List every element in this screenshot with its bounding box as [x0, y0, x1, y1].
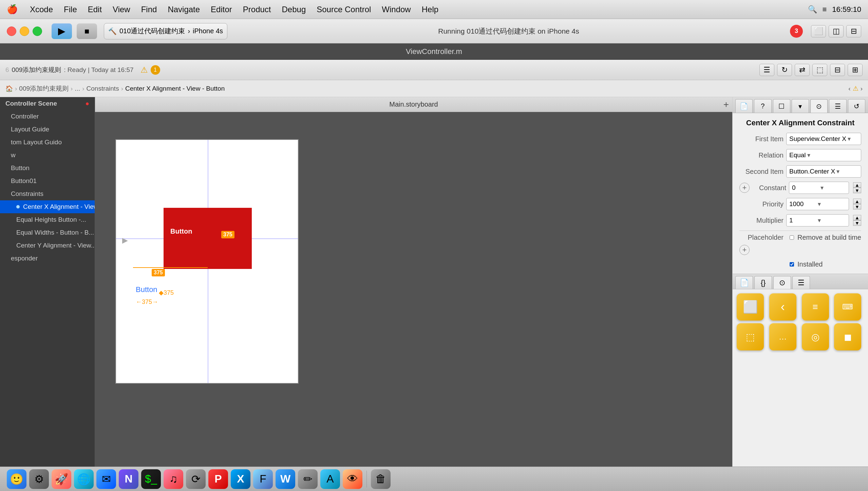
constant-stepper-up[interactable]: ▲ — [853, 182, 861, 188]
obj-collection[interactable]: ⌨ — [834, 293, 861, 321]
breadcrumb-next-icon[interactable]: › — [861, 85, 863, 92]
dock-preview[interactable]: 👁 — [343, 469, 362, 489]
sidebar-item-button[interactable]: Button — [0, 162, 95, 175]
multiplier-stepper-down[interactable]: ▼ — [853, 220, 861, 226]
priority-dropdown-icon[interactable]: ▾ — [818, 200, 821, 208]
second-item-dropdown-icon[interactable]: ▾ — [836, 168, 839, 175]
menu-navigate[interactable]: Navigate — [162, 3, 205, 16]
dock-pen[interactable]: ✏ — [298, 469, 318, 489]
sidebar-item-constraints[interactable]: Constraints — [0, 187, 95, 200]
menu-find[interactable]: Find — [136, 3, 163, 16]
sidebar-item-responder[interactable]: esponder — [0, 252, 95, 265]
dock-appstore[interactable]: A — [320, 469, 340, 489]
editor-version-button[interactable]: ⊟ — [846, 25, 861, 37]
multiplier-dropdown-icon[interactable]: ▾ — [818, 217, 821, 224]
multiplier-input[interactable] — [789, 217, 816, 224]
dock-terminal[interactable]: $_ — [141, 469, 161, 489]
menu-debug[interactable]: Debug — [277, 3, 312, 16]
back-forward-button[interactable]: ⇄ — [795, 64, 810, 76]
dock-finder[interactable]: 🙂 — [7, 469, 26, 489]
bottom-pane-button[interactable]: ⊟ — [830, 64, 845, 76]
menu-source-control[interactable]: Source Control — [311, 3, 376, 16]
priority-stepper-up[interactable]: ▲ — [853, 199, 861, 204]
priority-input[interactable] — [789, 200, 816, 208]
constant-control[interactable]: ▾ — [789, 182, 849, 194]
view-controller-view[interactable]: Button 375 375 ▶ — [116, 140, 298, 383]
dock-trash[interactable]: 🗑 — [371, 469, 391, 489]
menu-editor[interactable]: Editor — [205, 3, 238, 16]
dock-music[interactable]: ♫ — [164, 469, 183, 489]
placeholder-checkbox[interactable] — [790, 235, 794, 240]
sidebar-item-button01[interactable]: Button01 — [0, 175, 95, 187]
obj-page[interactable]: … — [769, 323, 796, 350]
sidebar-item-controller[interactable]: Controller — [0, 110, 95, 123]
first-item-dropdown-icon[interactable]: ▾ — [848, 135, 851, 143]
breadcrumb-item-2[interactable]: ... — [75, 85, 80, 92]
single-pane-button[interactable]: ⬚ — [812, 64, 827, 76]
priority-control[interactable]: ▾ — [786, 198, 849, 210]
breadcrumb-item-current[interactable]: Center X Alignment - View - Button — [125, 85, 225, 92]
view-rect-left[interactable] — [164, 208, 208, 269]
sidebar-item-layout-guide[interactable]: Layout Guide — [0, 123, 95, 136]
obj-tab-objects[interactable]: ⊙ — [773, 276, 791, 289]
editor-standard-button[interactable]: ⬜ — [811, 25, 826, 37]
editor-assistant-button[interactable]: ◫ — [829, 25, 844, 37]
dock-mail[interactable]: ✉ — [96, 469, 116, 489]
identity-inspector-tab[interactable]: ☐ — [773, 99, 790, 113]
sidebar-item-w[interactable]: w — [0, 149, 95, 162]
list-view-button[interactable]: ☰ — [759, 64, 774, 76]
breadcrumb-item-constraints[interactable]: Constraints — [87, 85, 119, 92]
sidebar-item-equal-widths[interactable]: Equal Widths - Button - B... — [0, 226, 95, 239]
menu-xcode[interactable]: Xcode — [24, 3, 58, 16]
relation-control[interactable]: Equal ▾ — [786, 149, 861, 161]
relation-dropdown-icon[interactable]: ▾ — [807, 151, 810, 159]
connections-inspector-tab[interactable]: ⊙ — [810, 99, 828, 113]
view-rect-right[interactable] — [208, 208, 252, 269]
apple-logo-icon[interactable]: 🍎 — [7, 4, 18, 15]
size-inspector-tab[interactable]: ☰ — [829, 99, 846, 113]
right-pane-button[interactable]: ⊞ — [848, 64, 863, 76]
help-inspector-tab[interactable]: ? — [754, 99, 771, 113]
obj-nav[interactable]: ‹ — [769, 293, 796, 321]
menu-file[interactable]: File — [58, 3, 82, 16]
breadcrumb-prev-icon[interactable]: ‹ — [848, 85, 850, 92]
multiplier-stepper[interactable]: ▲ ▼ — [853, 215, 861, 226]
close-scene-icon[interactable]: ● — [86, 100, 89, 107]
refresh-button[interactable]: ↻ — [777, 64, 792, 76]
dock-launchpad[interactable]: 🚀 — [52, 469, 71, 489]
obj-tab-code[interactable]: {} — [754, 276, 772, 289]
obj-mapkit[interactable]: ◎ — [802, 323, 829, 350]
constant-plus-button[interactable]: + — [739, 183, 750, 193]
dock-filezilla[interactable]: F — [253, 469, 273, 489]
obj-box[interactable]: ◼ — [834, 323, 861, 350]
breadcrumb-item-1[interactable]: 009添加约束规则 — [19, 84, 69, 93]
dock-powerpoint[interactable]: P — [208, 469, 228, 489]
error-badge[interactable]: 3 — [790, 25, 803, 38]
dock-xmind[interactable]: X — [231, 469, 250, 489]
priority-stepper-down[interactable]: ▼ — [853, 204, 861, 210]
breadcrumb-item-root[interactable]: 🏠 — [5, 85, 13, 92]
canvas-drawing-area[interactable]: Button 375 375 ▶ Button ◆375 — [95, 112, 732, 467]
button-below-label[interactable]: Button — [136, 285, 157, 294]
second-item-control[interactable]: Button.Center X ▾ — [786, 165, 861, 178]
bindings-inspector-tab[interactable]: ↺ — [848, 99, 865, 113]
obj-table[interactable]: ≡ — [802, 293, 829, 321]
menu-window[interactable]: Window — [376, 3, 416, 16]
installed-plus-button[interactable]: + — [739, 245, 750, 255]
priority-stepper[interactable]: ▲ ▼ — [853, 199, 861, 210]
control-center-icon[interactable]: ≡ — [823, 5, 827, 14]
obj-tab-media[interactable]: ☰ — [792, 276, 810, 289]
run-button[interactable]: ▶ — [52, 23, 72, 39]
menu-edit[interactable]: Edit — [82, 3, 107, 16]
obj-tab-file[interactable]: 📄 — [735, 276, 753, 289]
maximize-window-button[interactable] — [33, 26, 42, 36]
menu-help[interactable]: Help — [416, 3, 444, 16]
installed-checkbox[interactable] — [790, 262, 794, 267]
sidebar-item-bottom-layout-guide[interactable]: tom Layout Guido — [0, 136, 95, 149]
add-object-button[interactable]: + — [723, 99, 729, 110]
dock-safari[interactable]: 🌐 — [74, 469, 94, 489]
warning-count[interactable]: 1 — [151, 65, 160, 75]
obj-view[interactable]: ⬜ — [737, 293, 764, 321]
scheme-selector[interactable]: 🔨 010通过代码创建约束 › iPhone 4s — [104, 23, 227, 39]
dock-parallels[interactable]: ⟳ — [186, 469, 206, 489]
